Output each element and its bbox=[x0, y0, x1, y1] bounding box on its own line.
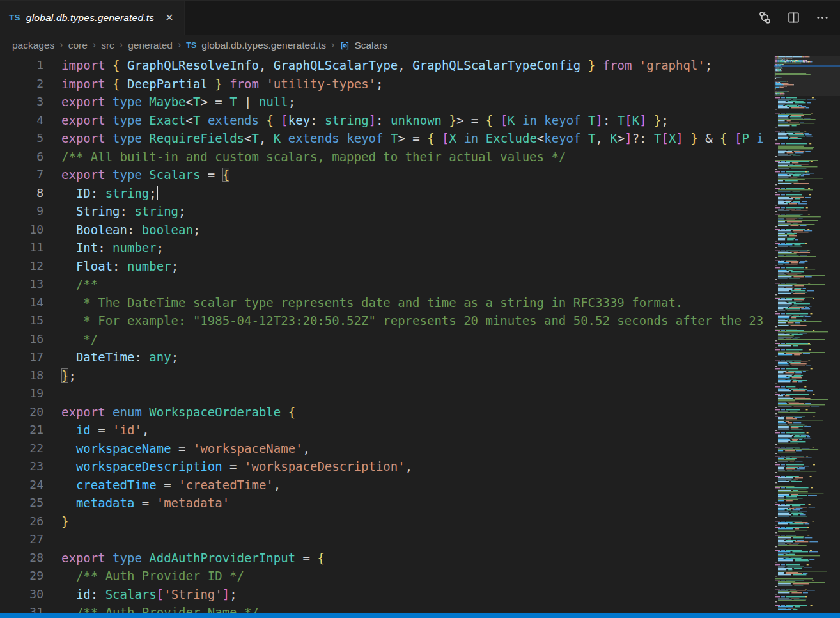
line-number[interactable]: 31 bbox=[0, 603, 43, 613]
line-content: /** Auth Provider Name */ bbox=[61, 603, 259, 613]
line-number[interactable]: 3 bbox=[0, 93, 43, 111]
line-number[interactable]: 25 bbox=[0, 494, 43, 512]
code-line[interactable]: 12 Float: number; bbox=[0, 257, 771, 276]
code-line[interactable]: 15 * For example: "1985-04-12T23:20:50.5… bbox=[0, 312, 771, 330]
line-number[interactable]: 5 bbox=[0, 129, 43, 148]
chevron-right-icon: › bbox=[59, 39, 63, 51]
line-number[interactable]: 23 bbox=[0, 457, 43, 476]
code-line[interactable]: 13 /** bbox=[0, 275, 771, 294]
breadcrumb-symbol-label: Scalars bbox=[354, 40, 387, 51]
split-editor-icon[interactable] bbox=[786, 10, 801, 25]
line-number[interactable]: 17 bbox=[0, 348, 43, 367]
code-editor[interactable]: 1import { GraphQLResolveInfo, GraphQLSca… bbox=[0, 56, 771, 613]
open-changes-icon[interactable] bbox=[758, 10, 772, 25]
chevron-right-icon: › bbox=[178, 39, 181, 51]
code-line[interactable]: 30 id: Scalars['String']; bbox=[0, 585, 771, 604]
line-number[interactable]: 21 bbox=[0, 421, 43, 440]
code-line[interactable]: 7export type Scalars = { bbox=[0, 166, 771, 184]
more-actions-icon[interactable] bbox=[815, 10, 830, 25]
breadcrumb-item-file[interactable]: global.db.types.generated.ts bbox=[201, 40, 326, 51]
code-line[interactable]: 14 * The DateTime scalar type represents… bbox=[0, 294, 771, 312]
line-number[interactable]: 22 bbox=[0, 440, 43, 458]
code-line[interactable]: 20export enum WorkspaceOrderable { bbox=[0, 403, 771, 422]
line-number[interactable]: 6 bbox=[0, 148, 43, 166]
code-line[interactable]: 4export type Exact<T extends { [key: str… bbox=[0, 111, 771, 130]
breadcrumb-item-core[interactable]: core bbox=[68, 40, 88, 51]
line-number[interactable]: 2 bbox=[0, 75, 43, 93]
code-line[interactable]: 16 */ bbox=[0, 330, 771, 349]
line-number[interactable]: 10 bbox=[0, 221, 43, 239]
line-content: id: Scalars['String']; bbox=[61, 585, 237, 604]
line-content: id = 'id', bbox=[61, 421, 149, 440]
breadcrumb: packages › core › src › generated › TS g… bbox=[0, 35, 840, 56]
tab-bar: TS global.db.types.generated.ts ✕ bbox=[0, 0, 840, 35]
line-number[interactable]: 19 bbox=[0, 384, 43, 403]
line-content: */ bbox=[61, 330, 98, 349]
breadcrumb-item-symbol[interactable]: Scalars bbox=[339, 40, 387, 51]
line-number[interactable]: 26 bbox=[0, 512, 43, 531]
chevron-right-icon: › bbox=[93, 39, 96, 51]
line-content: } bbox=[61, 512, 68, 531]
line-number[interactable]: 11 bbox=[0, 239, 43, 257]
status-bar-accent bbox=[0, 613, 840, 618]
code-line[interactable]: 8 ID: string; bbox=[0, 184, 771, 203]
code-line[interactable]: 27 bbox=[0, 530, 771, 549]
breadcrumb-item-generated[interactable]: generated bbox=[128, 40, 173, 51]
line-content: /** Auth Provider ID */ bbox=[61, 567, 244, 585]
code-line[interactable]: 26} bbox=[0, 512, 771, 531]
line-content: /** All built-in and custom scalars, map… bbox=[61, 148, 566, 166]
breadcrumb-item-src[interactable]: src bbox=[101, 40, 114, 51]
line-number[interactable]: 30 bbox=[0, 585, 43, 604]
code-line[interactable]: 3export type Maybe<T> = T | null; bbox=[0, 93, 771, 111]
line-number[interactable]: 1 bbox=[0, 56, 43, 75]
line-content: workspaceName = 'workspaceName', bbox=[61, 440, 310, 458]
code-line[interactable]: 21 id = 'id', bbox=[0, 421, 771, 440]
code-line[interactable]: 9 String: string; bbox=[0, 202, 771, 221]
line-content: createdTime = 'createdTime', bbox=[61, 476, 281, 495]
line-content: * For example: "1985-04-12T23:20:50.52Z"… bbox=[61, 312, 763, 330]
code-line[interactable]: 23 workspaceDescription = 'workspaceDesc… bbox=[0, 457, 771, 476]
code-line[interactable]: 17 DateTime: any; bbox=[0, 348, 771, 367]
line-content: DateTime: any; bbox=[61, 348, 178, 367]
line-number[interactable]: 20 bbox=[0, 403, 43, 422]
code-line[interactable]: 10 Boolean: boolean; bbox=[0, 221, 771, 239]
code-line[interactable]: 2import { DeepPartial } from 'utility-ty… bbox=[0, 75, 771, 93]
code-line[interactable]: 29 /** Auth Provider ID */ bbox=[0, 567, 771, 585]
line-number[interactable]: 16 bbox=[0, 330, 43, 349]
line-number[interactable]: 18 bbox=[0, 367, 43, 385]
code-line[interactable]: 31 /** Auth Provider Name */ bbox=[0, 603, 771, 613]
line-number[interactable]: 4 bbox=[0, 111, 43, 130]
code-line[interactable]: 19 bbox=[0, 384, 771, 403]
line-number[interactable]: 24 bbox=[0, 476, 43, 495]
code-line[interactable]: 5export type RequireFields<T, K extends … bbox=[0, 129, 771, 148]
code-line[interactable]: 18}; bbox=[0, 367, 771, 385]
line-content: workspaceDescription = 'workspaceDescrip… bbox=[61, 457, 412, 476]
line-number[interactable]: 27 bbox=[0, 530, 43, 549]
line-number[interactable]: 14 bbox=[0, 294, 43, 312]
line-content: metadata = 'metadata' bbox=[61, 494, 229, 512]
code-line[interactable]: 22 workspaceName = 'workspaceName', bbox=[0, 440, 771, 458]
line-content: Float: number; bbox=[61, 257, 178, 276]
code-line[interactable]: 25 metadata = 'metadata' bbox=[0, 494, 771, 512]
line-number[interactable]: 9 bbox=[0, 202, 43, 221]
code-line[interactable]: 11 Int: number; bbox=[0, 239, 771, 257]
line-number[interactable]: 28 bbox=[0, 549, 43, 567]
code-line[interactable]: 1import { GraphQLResolveInfo, GraphQLSca… bbox=[0, 56, 771, 75]
minimap[interactable] bbox=[774, 56, 840, 613]
line-content: export type Exact<T extends { [key: stri… bbox=[61, 111, 669, 130]
tab-global-db-types[interactable]: TS global.db.types.generated.ts ✕ bbox=[0, 1, 185, 35]
tab-close-icon[interactable]: ✕ bbox=[165, 13, 173, 23]
line-number[interactable]: 12 bbox=[0, 257, 43, 276]
line-number[interactable]: 13 bbox=[0, 275, 43, 294]
code-line[interactable]: 28export type AddAuthProviderInput = { bbox=[0, 549, 771, 567]
line-content: String: string; bbox=[61, 202, 186, 221]
code-line[interactable]: 6/** All built-in and custom scalars, ma… bbox=[0, 148, 771, 166]
line-number[interactable]: 15 bbox=[0, 312, 43, 330]
code-line[interactable]: 24 createdTime = 'createdTime', bbox=[0, 476, 771, 495]
line-number[interactable]: 29 bbox=[0, 567, 43, 585]
typescript-file-icon: TS bbox=[186, 41, 196, 50]
line-content: Boolean: boolean; bbox=[61, 221, 200, 239]
breadcrumb-item-packages[interactable]: packages bbox=[12, 40, 54, 51]
line-number[interactable]: 7 bbox=[0, 166, 43, 184]
line-number[interactable]: 8 bbox=[0, 184, 43, 203]
